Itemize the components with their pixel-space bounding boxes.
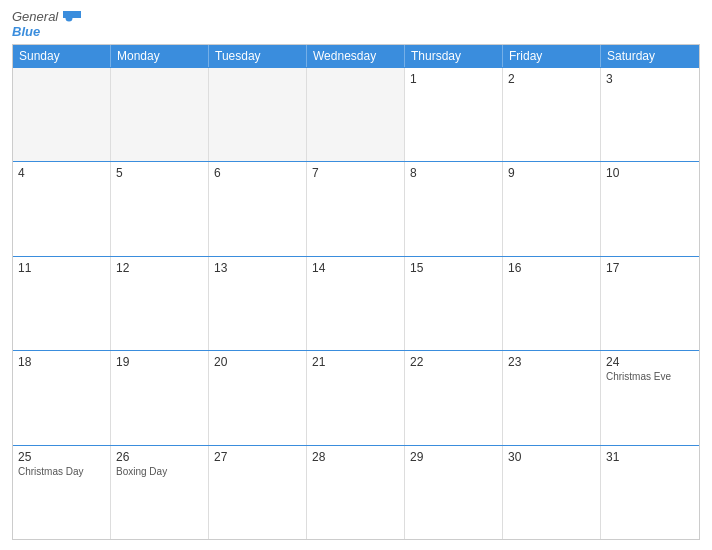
day-cell bbox=[209, 68, 307, 161]
day-cell: 21 bbox=[307, 351, 405, 444]
day-cell: 4 bbox=[13, 162, 111, 255]
day-number: 22 bbox=[410, 355, 497, 369]
day-number: 5 bbox=[116, 166, 203, 180]
calendar-page: General Blue SundayMondayTuesdayWednesda… bbox=[0, 0, 712, 550]
day-cell: 1 bbox=[405, 68, 503, 161]
day-cell: 2 bbox=[503, 68, 601, 161]
day-number: 3 bbox=[606, 72, 694, 86]
day-number: 31 bbox=[606, 450, 694, 464]
day-number: 13 bbox=[214, 261, 301, 275]
day-number: 15 bbox=[410, 261, 497, 275]
day-cell: 14 bbox=[307, 257, 405, 350]
day-cell: 7 bbox=[307, 162, 405, 255]
day-number: 6 bbox=[214, 166, 301, 180]
day-header-tuesday: Tuesday bbox=[209, 45, 307, 67]
day-number: 21 bbox=[312, 355, 399, 369]
day-number: 8 bbox=[410, 166, 497, 180]
day-cell: 3 bbox=[601, 68, 699, 161]
day-cell: 5 bbox=[111, 162, 209, 255]
day-number: 24 bbox=[606, 355, 694, 369]
logo-flag-icon bbox=[63, 11, 81, 25]
day-number: 29 bbox=[410, 450, 497, 464]
day-number: 11 bbox=[18, 261, 105, 275]
day-number: 26 bbox=[116, 450, 203, 464]
day-header-thursday: Thursday bbox=[405, 45, 503, 67]
page-header: General Blue bbox=[12, 10, 700, 38]
day-header-wednesday: Wednesday bbox=[307, 45, 405, 67]
day-cell bbox=[13, 68, 111, 161]
day-cell: 27 bbox=[209, 446, 307, 539]
day-cell: 9 bbox=[503, 162, 601, 255]
day-number: 1 bbox=[410, 72, 497, 86]
day-number: 9 bbox=[508, 166, 595, 180]
day-cell: 26Boxing Day bbox=[111, 446, 209, 539]
day-number: 23 bbox=[508, 355, 595, 369]
day-cell: 29 bbox=[405, 446, 503, 539]
day-header-friday: Friday bbox=[503, 45, 601, 67]
day-cell bbox=[307, 68, 405, 161]
day-cell: 20 bbox=[209, 351, 307, 444]
day-cell: 11 bbox=[13, 257, 111, 350]
day-cell: 6 bbox=[209, 162, 307, 255]
day-cell: 8 bbox=[405, 162, 503, 255]
day-number: 2 bbox=[508, 72, 595, 86]
day-cell: 13 bbox=[209, 257, 307, 350]
day-number: 10 bbox=[606, 166, 694, 180]
day-cell: 31 bbox=[601, 446, 699, 539]
day-cell: 15 bbox=[405, 257, 503, 350]
day-cell: 18 bbox=[13, 351, 111, 444]
logo-general-text: General bbox=[12, 10, 81, 25]
week-row-4: 18192021222324Christmas Eve bbox=[13, 350, 699, 444]
logo: General Blue bbox=[12, 10, 81, 38]
day-header-saturday: Saturday bbox=[601, 45, 699, 67]
day-number: 28 bbox=[312, 450, 399, 464]
week-row-3: 11121314151617 bbox=[13, 256, 699, 350]
day-cell: 17 bbox=[601, 257, 699, 350]
day-cell: 12 bbox=[111, 257, 209, 350]
day-cell: 10 bbox=[601, 162, 699, 255]
svg-point-2 bbox=[65, 14, 72, 21]
day-headers-row: SundayMondayTuesdayWednesdayThursdayFrid… bbox=[13, 45, 699, 67]
day-cell: 25Christmas Day bbox=[13, 446, 111, 539]
calendar-grid: SundayMondayTuesdayWednesdayThursdayFrid… bbox=[12, 44, 700, 540]
day-number: 14 bbox=[312, 261, 399, 275]
day-header-monday: Monday bbox=[111, 45, 209, 67]
week-row-5: 25Christmas Day26Boxing Day2728293031 bbox=[13, 445, 699, 539]
logo-blue-text: Blue bbox=[12, 25, 81, 38]
day-event-label: Boxing Day bbox=[116, 466, 203, 477]
day-event-label: Christmas Day bbox=[18, 466, 105, 477]
day-number: 25 bbox=[18, 450, 105, 464]
day-cell: 28 bbox=[307, 446, 405, 539]
day-number: 19 bbox=[116, 355, 203, 369]
day-cell: 23 bbox=[503, 351, 601, 444]
day-cell: 16 bbox=[503, 257, 601, 350]
day-cell: 22 bbox=[405, 351, 503, 444]
day-cell: 19 bbox=[111, 351, 209, 444]
day-number: 17 bbox=[606, 261, 694, 275]
day-number: 20 bbox=[214, 355, 301, 369]
day-number: 16 bbox=[508, 261, 595, 275]
day-number: 7 bbox=[312, 166, 399, 180]
week-row-2: 45678910 bbox=[13, 161, 699, 255]
day-number: 27 bbox=[214, 450, 301, 464]
day-number: 12 bbox=[116, 261, 203, 275]
week-row-1: 123 bbox=[13, 67, 699, 161]
calendar-weeks: 123456789101112131415161718192021222324C… bbox=[13, 67, 699, 539]
day-event-label: Christmas Eve bbox=[606, 371, 694, 382]
day-cell: 30 bbox=[503, 446, 601, 539]
day-header-sunday: Sunday bbox=[13, 45, 111, 67]
day-cell bbox=[111, 68, 209, 161]
day-number: 18 bbox=[18, 355, 105, 369]
day-number: 4 bbox=[18, 166, 105, 180]
day-cell: 24Christmas Eve bbox=[601, 351, 699, 444]
day-number: 30 bbox=[508, 450, 595, 464]
